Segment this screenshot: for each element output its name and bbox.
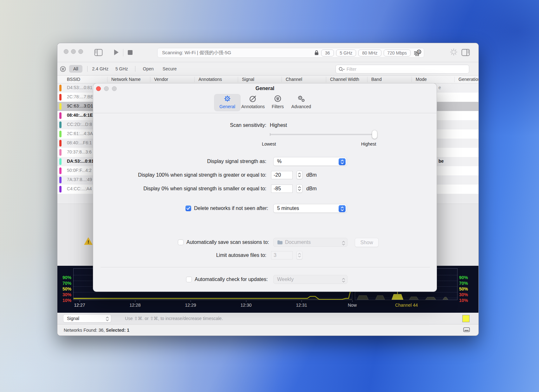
table-header: BSSIDNetwork NameVendorAnnotationsSignal…	[57, 75, 478, 83]
toggle-right-panel-icon[interactable]	[461, 49, 470, 57]
dialog-title: General	[93, 86, 437, 91]
y-axis-label: 90%	[58, 275, 71, 280]
delete-networks-checkbox[interactable]	[185, 206, 191, 211]
autosave-folder-select: Documents	[273, 238, 347, 247]
status-bar: Networks Found: 36, Selected: 1	[57, 324, 478, 336]
stop-scan-icon[interactable]	[128, 50, 133, 56]
search-icon	[338, 66, 345, 72]
bssid-cell: 08:40:...F6:1	[67, 140, 92, 145]
activity-spinner-icon	[450, 48, 458, 57]
tab-filters[interactable]: Filters	[264, 94, 291, 111]
bottom-drawer-icon[interactable]	[463, 327, 470, 332]
min-signal-label: Display 0% when signal strength is small…	[143, 186, 266, 192]
filter-search-field[interactable]	[335, 65, 469, 74]
column-header-mode[interactable]: Mode	[416, 77, 427, 82]
segment-2-4ghz[interactable]: 2.4 GHz	[92, 66, 108, 71]
network-color-stripe	[59, 85, 62, 91]
autosave-checkbox[interactable]	[178, 239, 184, 245]
general-preferences-dialog: General General Annotations Filters Adva…	[93, 83, 437, 292]
axis-tick	[80, 300, 80, 302]
bssid-cell: 08:40:...6:1E	[67, 113, 93, 118]
bssid-cell: DA:53:...0:81	[67, 159, 94, 164]
max-signal-input[interactable]	[271, 171, 293, 179]
max-signal-label: Display 100% when signal strength is gre…	[138, 172, 266, 178]
tab-annotations[interactable]: Annotations	[240, 94, 266, 111]
y-axis-label: 70%	[58, 281, 71, 286]
channel-badge: 36	[321, 49, 334, 56]
close-button[interactable]	[64, 49, 68, 54]
column-header-bssid[interactable]: BSSID	[67, 77, 80, 82]
column-header-channel[interactable]: Channel	[286, 77, 302, 82]
min-signal-stepper[interactable]	[296, 184, 302, 193]
network-color-stripe	[59, 149, 62, 156]
toolbar: Scanning: Wi-Fi | 倔强的小强-5G 36 5 GHz 80 M…	[57, 43, 478, 62]
gear-icon	[223, 94, 231, 103]
limit-autosave-input	[271, 251, 293, 259]
graph-control-bar: Signal Use ⇧⌘. or ⇧⌘, to increase/decrea…	[57, 313, 478, 324]
graph-mode-popup[interactable]: Signal	[63, 314, 111, 323]
column-header-vendor[interactable]: Vendor	[154, 77, 168, 82]
annotation-pencil-icon	[249, 94, 257, 103]
tab-general[interactable]: General	[214, 94, 241, 111]
column-header-generation[interactable]: Generation	[458, 77, 479, 82]
network-color-stripe	[59, 131, 62, 137]
min-signal-input[interactable]	[271, 185, 293, 193]
bssid-cell: 50:0F:F...4:2	[67, 168, 92, 173]
delete-after-select[interactable]: 5 minutes	[273, 204, 347, 213]
zoom-button[interactable]	[78, 49, 83, 54]
slider-max-label: Highest	[361, 141, 376, 147]
signal-unit-select[interactable]: %	[273, 157, 347, 166]
row-text-fragment: e	[438, 85, 441, 90]
axis-tick	[191, 300, 191, 302]
max-signal-stepper[interactable]	[296, 171, 302, 179]
x-axis-label: Now	[340, 303, 365, 308]
bssid-cell: 2C:61:...4:3A	[67, 131, 93, 136]
bssid-cell: 70:37:8...3:6	[67, 149, 92, 154]
network-color-stripe	[59, 186, 62, 193]
x-axis-label: 12:30	[233, 303, 259, 308]
tab-advanced[interactable]: Advanced	[288, 94, 315, 111]
column-header-channel-width[interactable]: Channel Width	[330, 77, 359, 82]
segment-secure[interactable]: Secure	[163, 66, 177, 71]
segment-open[interactable]: Open	[143, 66, 154, 71]
x-axis-label: 12:28	[122, 303, 148, 308]
segment-5ghz[interactable]: 5 GHz	[115, 66, 128, 71]
column-separator	[326, 77, 326, 82]
filter-bar: All 2.4 GHz 5 GHz Open Secure	[57, 62, 478, 75]
search-input[interactable]	[347, 67, 466, 72]
slider-min-label: Lowest	[262, 141, 276, 147]
filter-list-icon[interactable]	[60, 66, 66, 72]
column-header-annotations[interactable]: Annotations	[198, 77, 222, 82]
slider-knob[interactable]	[372, 130, 377, 139]
y-axis-label: 30%	[58, 292, 71, 297]
autosave-label: Automatically save scan sessions to:	[186, 239, 269, 245]
wifi-generation-icon: 6	[413, 49, 421, 57]
delete-networks-label: Delete networks if not seen after:	[194, 206, 268, 211]
network-color-stripe	[59, 177, 62, 183]
selected-network-color-swatch	[462, 315, 470, 322]
scan-status-capsule: Scanning: Wi-Fi | 倔强的小强-5G 36 5 GHz 80 M…	[157, 48, 424, 58]
svg-text:6: 6	[418, 50, 420, 54]
segment-all[interactable]: All	[69, 65, 82, 73]
column-separator	[412, 77, 412, 82]
column-separator	[194, 77, 195, 82]
scan-sensitivity-slider[interactable]	[270, 134, 376, 135]
axis-tick	[246, 300, 246, 302]
popup-chevrons-icon	[106, 316, 109, 324]
scan-sensitivity-label: Scan sensitivity:	[230, 122, 266, 128]
play-scan-icon[interactable]	[114, 49, 119, 57]
column-header-signal[interactable]: Signal	[242, 77, 254, 82]
scanning-status-text: Scanning: Wi-Fi | 倔强的小强-5G	[162, 50, 231, 56]
check-updates-checkbox[interactable]	[186, 277, 192, 282]
axis-tick	[352, 300, 353, 302]
network-color-stripe	[59, 94, 62, 101]
column-separator	[238, 77, 238, 82]
network-color-stripe	[59, 112, 62, 119]
show-button[interactable]: Show	[355, 238, 379, 247]
selected-count-text: Selected: 1	[106, 328, 129, 333]
column-header-network-name[interactable]: Network Name	[111, 77, 141, 82]
bssid-cell: C4:CC:...:A4	[67, 186, 92, 191]
column-header-band[interactable]: Band	[371, 77, 382, 82]
minimize-button[interactable]	[71, 49, 76, 54]
toggle-left-sidebar-icon[interactable]	[94, 49, 103, 57]
